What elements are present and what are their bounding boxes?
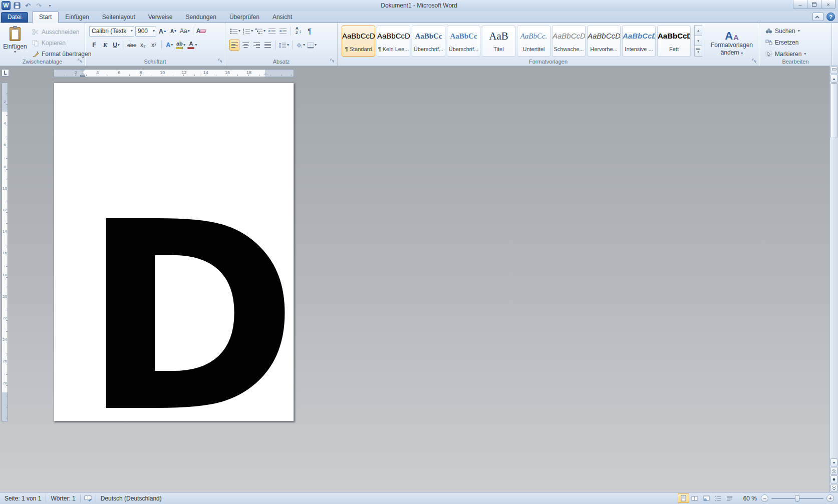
zoom-level[interactable]: 60 % [739,495,761,502]
zoom-out-button[interactable]: − [761,494,768,502]
zoom-slider[interactable] [771,494,823,502]
align-right-icon [253,42,260,48]
scroll-up-button[interactable]: ▲ [830,75,837,83]
clipboard-dialog-launcher[interactable] [77,58,83,64]
style-gallery-item[interactable]: AaBbCc. Untertitel [517,26,550,57]
left-indent-marker[interactable] [80,75,85,77]
copy-button[interactable]: Kopieren [29,38,94,48]
ribbon-tab[interactable]: Überprüfen [223,12,266,23]
strikethrough-button[interactable]: abe [127,40,137,51]
ruler-toggle-button[interactable] [830,66,837,74]
style-gallery-item[interactable]: AaBbCcDc ¶ Kein Lee... [377,26,410,57]
fullscreen-reading-view-button[interactable] [689,493,701,503]
ribbon-tab[interactable]: Einfügen [59,12,95,23]
gallery-scroll-up-button[interactable]: ▴ [694,25,702,36]
show-paragraph-marks-button[interactable]: ¶ [305,26,315,37]
paste-button[interactable]: Einfügen ▾ [3,25,27,63]
language-status[interactable]: Deutsch (Deutschland) [96,494,166,502]
font-name-combo[interactable]: Calibri (Textk ▾ [89,26,134,37]
cut-button[interactable]: Ausschneiden [29,27,94,37]
web-layout-view-button[interactable] [701,493,712,503]
vertical-scrollbar[interactable]: ▲ ▼ [829,66,838,492]
line-spacing-button[interactable]: ▾ [278,40,290,51]
grow-font-button[interactable]: A▴ [157,26,167,37]
word-count-status[interactable]: Wörter: 1 [46,494,80,502]
group-label-font: Schriftart [85,59,225,65]
next-page-button[interactable] [830,484,837,492]
align-right-button[interactable] [251,40,261,51]
tab-stop-selector[interactable]: L [2,69,9,77]
bullets-button[interactable]: ▾ [229,26,241,37]
font-size-combo[interactable]: 900 ▾ [135,26,156,37]
style-gallery-item[interactable]: AaBbCc Überschrif... [447,26,480,57]
font-color-button[interactable]: A ▾ [187,40,197,51]
zoom-in-button[interactable]: + [826,494,834,502]
decrease-indent-button[interactable] [267,26,277,37]
previous-page-button[interactable] [830,467,837,475]
multilevel-list-button[interactable]: ▾ [254,26,266,37]
subscript-button[interactable]: x₂ [138,40,148,51]
indent-icon [279,28,287,35]
document-page[interactable]: D [54,83,294,421]
style-sample: AaBbCcDc [342,29,375,45]
font-dialog-launcher[interactable] [217,58,223,64]
bold-button[interactable]: F [89,40,99,51]
justify-button[interactable] [262,40,272,51]
style-gallery-item[interactable]: AaBbCcDc Intensive ... [622,26,656,57]
style-gallery-item[interactable]: AaBbCcDc Schwache... [552,26,586,57]
borders-button[interactable]: ▾ [307,40,317,51]
find-button[interactable]: Suchen ▾ [762,26,809,36]
style-gallery-item[interactable]: AaB Titel [482,26,515,57]
clear-formatting-button[interactable]: A [196,26,207,37]
ribbon-tab[interactable]: Sendungen [179,12,222,23]
ribbon-tab[interactable]: Ansicht [266,12,299,23]
right-indent-marker[interactable] [263,72,268,75]
proofing-status[interactable] [81,494,96,502]
draft-view-button[interactable] [724,493,735,503]
style-gallery-item[interactable]: AaBbCc Überschrif... [412,26,445,57]
maximize-button[interactable] [807,0,821,9]
align-left-button[interactable] [229,40,239,51]
outline-view-button[interactable] [712,493,724,503]
gallery-more-button[interactable]: ▾ [694,46,702,57]
highlight-color-button[interactable]: ab ▾ [175,40,186,51]
style-gallery-item[interactable]: AaBbCcDc ¶ Standard [342,26,375,57]
shrink-font-button[interactable]: A▾ [168,26,178,37]
horizontal-ruler[interactable]: 24681012141618 [54,69,294,77]
underline-button[interactable]: U▾ [111,40,121,51]
align-center-button[interactable] [240,40,250,51]
numbering-button[interactable]: ▾ [242,26,253,37]
style-gallery-item[interactable]: AaBbCcDc Fett [657,26,691,57]
shading-button[interactable]: ▾ [295,40,306,51]
page-count-status[interactable]: Seite: 1 von 1 [0,494,46,502]
scroll-down-button[interactable]: ▼ [830,458,837,466]
print-layout-view-button[interactable] [678,493,689,503]
zoom-slider-thumb[interactable] [795,495,799,501]
superscript-button[interactable]: x² [149,40,159,51]
italic-button[interactable]: K [100,40,110,51]
ribbon-tab[interactable]: Datei [1,12,28,23]
styles-dialog-launcher[interactable] [751,58,757,64]
scrollbar-thumb[interactable] [830,83,837,138]
format-painter-button[interactable]: Format übertragen [29,49,94,59]
minimize-ribbon-button[interactable] [812,13,823,21]
gallery-scroll-down-button[interactable]: ▾ [694,36,702,47]
text-effects-button[interactable]: A▾ [164,40,174,51]
change-case-button[interactable]: Aa▾ [179,26,190,37]
increase-indent-button[interactable] [278,26,288,37]
ribbon-tab[interactable]: Seitenlayout [96,12,142,23]
ribbon-tab[interactable]: Verweise [142,12,179,23]
paragraph-dialog-launcher[interactable] [330,58,336,64]
help-button[interactable]: ? [826,13,835,21]
close-button[interactable]: × [821,0,835,9]
select-browse-object-button[interactable] [830,475,837,483]
vertical-ruler[interactable]: 246810121416182022242628 [2,83,8,421]
select-button[interactable]: Markieren ▾ [762,49,809,59]
change-styles-button[interactable]: AA Formatvorlagen ändern ▾ [709,25,754,63]
sort-button[interactable]: AZ ↓ [294,26,304,37]
ribbon-tab[interactable]: Start [32,12,59,23]
minimize-button[interactable]: – [793,0,807,9]
style-gallery-item[interactable]: AaBbCcDc Hervorhe... [587,26,621,57]
replace-button[interactable]: Ersetzen [762,37,809,48]
word-window: W ↶ ↷ ▾ Dokument1 - Microsoft Word – × D… [0,0,838,504]
